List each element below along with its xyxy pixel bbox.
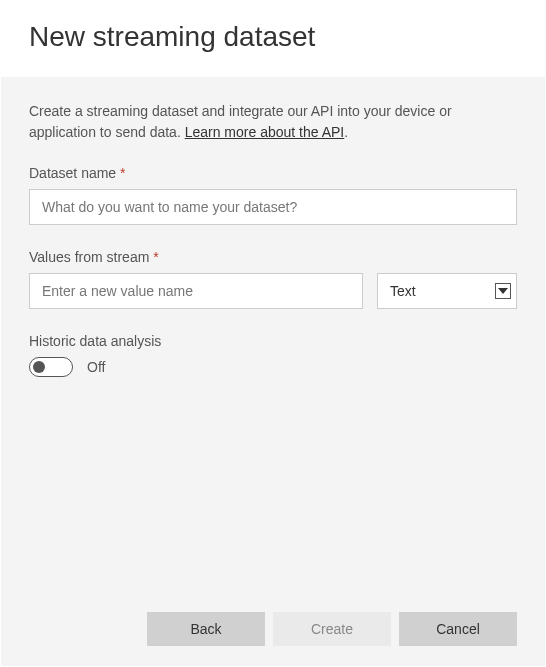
values-stream-group: Values from stream * Text	[29, 249, 517, 309]
dataset-name-label-text: Dataset name	[29, 165, 116, 181]
values-stream-label: Values from stream *	[29, 249, 517, 265]
historic-group: Historic data analysis Off	[29, 333, 517, 377]
cancel-button[interactable]: Cancel	[399, 612, 517, 646]
values-stream-row: Text	[29, 273, 517, 309]
historic-toggle-row: Off	[29, 357, 517, 377]
description-text: Create a streaming dataset and integrate…	[29, 101, 517, 143]
dataset-name-label: Dataset name *	[29, 165, 517, 181]
page-title: New streaming dataset	[29, 21, 517, 53]
toggle-knob	[33, 361, 45, 373]
dataset-name-input[interactable]	[29, 189, 517, 225]
required-mark: *	[120, 165, 125, 181]
dialog-body: Create a streaming dataset and integrate…	[1, 77, 545, 666]
dialog-header: New streaming dataset	[1, 1, 545, 77]
back-button[interactable]: Back	[147, 612, 265, 646]
value-type-select[interactable]: Text	[377, 273, 517, 309]
learn-more-link[interactable]: Learn more about the API	[185, 124, 345, 140]
historic-label: Historic data analysis	[29, 333, 517, 349]
create-button[interactable]: Create	[273, 612, 391, 646]
historic-toggle[interactable]	[29, 357, 73, 377]
dataset-name-group: Dataset name *	[29, 165, 517, 225]
value-type-select-wrap: Text	[377, 273, 517, 309]
value-name-input[interactable]	[29, 273, 363, 309]
historic-toggle-state: Off	[87, 359, 105, 375]
values-stream-label-text: Values from stream	[29, 249, 149, 265]
required-mark: *	[153, 249, 158, 265]
dialog-footer: Back Create Cancel	[29, 592, 517, 646]
dialog-container: New streaming dataset Create a streaming…	[0, 0, 546, 667]
description-text-part2: .	[344, 124, 348, 140]
